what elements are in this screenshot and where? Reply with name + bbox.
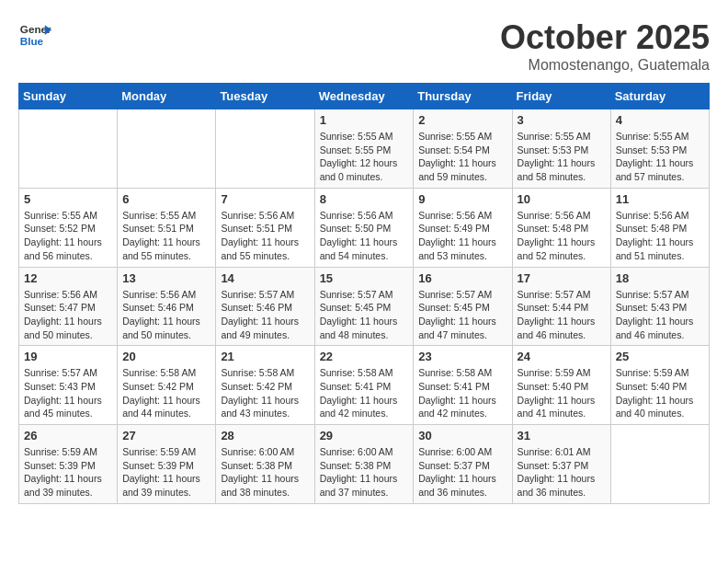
day-number: 29 (320, 429, 409, 442)
day-number: 3 (518, 113, 606, 127)
day-info: Sunrise: 5:59 AMSunset: 5:39 PMDaylight:… (24, 445, 112, 500)
day-info: Sunrise: 5:55 AMSunset: 5:53 PMDaylight:… (518, 130, 606, 184)
day-info: Sunrise: 5:57 AMSunset: 5:46 PMDaylight:… (221, 288, 309, 342)
calendar-cell: 20Sunrise: 5:58 AMSunset: 5:42 PMDayligh… (118, 346, 216, 425)
calendar-cell: 5Sunrise: 5:55 AMSunset: 5:52 PMDaylight… (19, 188, 118, 267)
calendar-cell: 28Sunrise: 6:00 AMSunset: 5:38 PMDayligh… (216, 425, 314, 504)
calendar-cell: 27Sunrise: 5:59 AMSunset: 5:39 PMDayligh… (118, 425, 216, 504)
day-info: Sunrise: 6:00 AMSunset: 5:38 PMDaylight:… (221, 445, 309, 500)
day-info: Sunrise: 5:58 AMSunset: 5:41 PMDaylight:… (320, 366, 409, 420)
day-number: 11 (616, 192, 704, 206)
day-number: 30 (418, 429, 506, 442)
day-number: 17 (518, 271, 606, 285)
calendar-cell: 6Sunrise: 5:55 AMSunset: 5:51 PMDaylight… (118, 188, 216, 267)
day-info: Sunrise: 6:00 AMSunset: 5:38 PMDaylight:… (320, 445, 409, 500)
day-number: 25 (616, 350, 704, 363)
day-number: 7 (221, 192, 309, 206)
day-info: Sunrise: 5:58 AMSunset: 5:42 PMDaylight:… (221, 366, 309, 420)
day-info: Sunrise: 5:56 AMSunset: 5:46 PMDaylight:… (122, 288, 210, 342)
day-info: Sunrise: 5:59 AMSunset: 5:40 PMDaylight:… (518, 366, 606, 420)
calendar-cell: 13Sunrise: 5:56 AMSunset: 5:46 PMDayligh… (118, 267, 216, 346)
calendar-table: SundayMondayTuesdayWednesdayThursdayFrid… (18, 83, 710, 504)
calendar-cell: 2Sunrise: 5:55 AMSunset: 5:54 PMDaylight… (414, 109, 512, 189)
day-number: 19 (24, 350, 112, 363)
weekday-header: Thursday (414, 84, 512, 109)
day-number: 1 (320, 113, 409, 127)
weekday-header: Saturday (610, 84, 709, 109)
calendar-cell: 15Sunrise: 5:57 AMSunset: 5:45 PMDayligh… (314, 267, 414, 346)
day-info: Sunrise: 5:57 AMSunset: 5:45 PMDaylight:… (418, 288, 506, 342)
calendar-cell: 22Sunrise: 5:58 AMSunset: 5:41 PMDayligh… (314, 346, 414, 425)
calendar-cell: 16Sunrise: 5:57 AMSunset: 5:45 PMDayligh… (414, 267, 512, 346)
calendar-cell: 14Sunrise: 5:57 AMSunset: 5:46 PMDayligh… (216, 267, 314, 346)
calendar-cell (118, 109, 216, 189)
day-number: 23 (418, 350, 506, 363)
day-number: 15 (320, 271, 409, 285)
calendar-cell (610, 425, 709, 504)
calendar-cell: 25Sunrise: 5:59 AMSunset: 5:40 PMDayligh… (610, 346, 709, 425)
day-number: 31 (518, 429, 606, 442)
calendar-cell: 10Sunrise: 5:56 AMSunset: 5:48 PMDayligh… (512, 188, 610, 267)
day-number: 26 (24, 429, 112, 442)
calendar-cell: 4Sunrise: 5:55 AMSunset: 5:53 PMDaylight… (610, 109, 709, 189)
day-info: Sunrise: 5:58 AMSunset: 5:42 PMDaylight:… (122, 366, 210, 420)
day-number: 16 (418, 271, 506, 285)
day-info: Sunrise: 5:56 AMSunset: 5:49 PMDaylight:… (418, 209, 506, 263)
month-title: October 2025 (500, 18, 710, 57)
day-number: 4 (616, 113, 704, 127)
title-block: October 2025 Momostenango, Guatemala (500, 18, 710, 74)
day-info: Sunrise: 5:59 AMSunset: 5:40 PMDaylight:… (616, 366, 704, 420)
day-number: 5 (24, 192, 112, 206)
day-info: Sunrise: 5:55 AMSunset: 5:51 PMDaylight:… (122, 209, 210, 263)
day-info: Sunrise: 5:55 AMSunset: 5:55 PMDaylight:… (320, 130, 409, 184)
day-info: Sunrise: 5:55 AMSunset: 5:53 PMDaylight:… (616, 130, 704, 184)
day-info: Sunrise: 5:57 AMSunset: 5:44 PMDaylight:… (518, 288, 606, 342)
calendar-cell (19, 109, 118, 189)
calendar-cell: 29Sunrise: 6:00 AMSunset: 5:38 PMDayligh… (314, 425, 414, 504)
weekday-header: Monday (118, 84, 216, 109)
day-info: Sunrise: 5:57 AMSunset: 5:45 PMDaylight:… (320, 288, 409, 342)
day-info: Sunrise: 5:56 AMSunset: 5:47 PMDaylight:… (24, 288, 112, 342)
day-info: Sunrise: 5:58 AMSunset: 5:41 PMDaylight:… (418, 366, 506, 420)
calendar-cell: 9Sunrise: 5:56 AMSunset: 5:49 PMDaylight… (414, 188, 512, 267)
calendar-cell: 12Sunrise: 5:56 AMSunset: 5:47 PMDayligh… (19, 267, 118, 346)
weekday-header: Friday (512, 84, 610, 109)
logo-icon: General Blue (18, 18, 51, 52)
calendar-cell: 26Sunrise: 5:59 AMSunset: 5:39 PMDayligh… (19, 425, 118, 504)
day-number: 13 (122, 271, 210, 285)
weekday-header: Wednesday (314, 84, 414, 109)
calendar-cell: 17Sunrise: 5:57 AMSunset: 5:44 PMDayligh… (512, 267, 610, 346)
weekday-header: Tuesday (216, 84, 314, 109)
calendar-cell: 8Sunrise: 5:56 AMSunset: 5:50 PMDaylight… (314, 188, 414, 267)
day-info: Sunrise: 6:00 AMSunset: 5:37 PMDaylight:… (418, 445, 506, 500)
day-number: 2 (418, 113, 506, 127)
day-number: 8 (320, 192, 409, 206)
calendar-cell: 11Sunrise: 5:56 AMSunset: 5:48 PMDayligh… (610, 188, 709, 267)
calendar-cell (216, 109, 314, 189)
day-number: 12 (24, 271, 112, 285)
location: Momostenango, Guatemala (500, 57, 710, 74)
calendar-cell: 24Sunrise: 5:59 AMSunset: 5:40 PMDayligh… (512, 346, 610, 425)
day-number: 20 (122, 350, 210, 363)
calendar-cell: 7Sunrise: 5:56 AMSunset: 5:51 PMDaylight… (216, 188, 314, 267)
day-info: Sunrise: 5:56 AMSunset: 5:51 PMDaylight:… (221, 209, 309, 263)
calendar-header: SundayMondayTuesdayWednesdayThursdayFrid… (19, 84, 710, 109)
calendar-cell: 1Sunrise: 5:55 AMSunset: 5:55 PMDaylight… (314, 109, 414, 189)
day-info: Sunrise: 5:59 AMSunset: 5:39 PMDaylight:… (122, 445, 210, 500)
day-info: Sunrise: 5:57 AMSunset: 5:43 PMDaylight:… (616, 288, 704, 342)
calendar-cell: 18Sunrise: 5:57 AMSunset: 5:43 PMDayligh… (610, 267, 709, 346)
day-info: Sunrise: 5:55 AMSunset: 5:54 PMDaylight:… (418, 130, 506, 184)
svg-text:Blue: Blue (20, 35, 44, 47)
calendar-cell: 31Sunrise: 6:01 AMSunset: 5:37 PMDayligh… (512, 425, 610, 504)
day-number: 9 (418, 192, 506, 206)
day-info: Sunrise: 5:56 AMSunset: 5:48 PMDaylight:… (616, 209, 704, 263)
day-info: Sunrise: 5:56 AMSunset: 5:50 PMDaylight:… (320, 209, 409, 263)
day-number: 21 (221, 350, 309, 363)
calendar-cell: 21Sunrise: 5:58 AMSunset: 5:42 PMDayligh… (216, 346, 314, 425)
day-number: 10 (518, 192, 606, 206)
calendar-cell: 3Sunrise: 5:55 AMSunset: 5:53 PMDaylight… (512, 109, 610, 189)
day-number: 14 (221, 271, 309, 285)
calendar-cell: 23Sunrise: 5:58 AMSunset: 5:41 PMDayligh… (414, 346, 512, 425)
logo: General Blue (18, 18, 51, 52)
calendar-cell: 30Sunrise: 6:00 AMSunset: 5:37 PMDayligh… (414, 425, 512, 504)
